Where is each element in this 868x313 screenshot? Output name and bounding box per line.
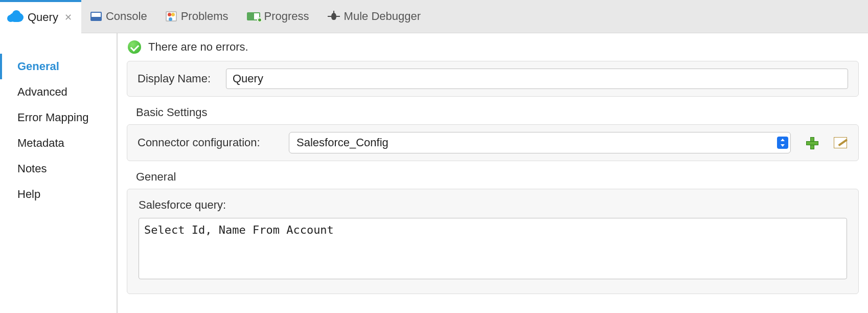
- add-config-button[interactable]: [804, 136, 819, 149]
- general-section-panel: Salesforce query:: [127, 189, 859, 294]
- tab-problems[interactable]: Problems: [156, 0, 238, 33]
- close-icon[interactable]: ✕: [64, 12, 72, 23]
- tab-progress[interactable]: Progress: [238, 0, 318, 33]
- main-area: General Advanced Error Mapping Metadata …: [0, 33, 868, 313]
- bug-icon: [328, 11, 340, 22]
- connector-config-value: Salesforce_Config: [296, 136, 777, 149]
- sidenav-item-help[interactable]: Help: [0, 182, 117, 207]
- pencil-icon: [834, 137, 847, 148]
- properties-side-nav: General Advanced Error Mapping Metadata …: [0, 33, 118, 313]
- tab-query[interactable]: Query ✕: [0, 0, 81, 33]
- validation-status-text: There are no errors.: [148, 40, 248, 54]
- tab-mule-debugger[interactable]: Mule Debugger: [318, 0, 430, 33]
- validation-status: There are no errors.: [128, 40, 859, 54]
- edit-config-button[interactable]: [833, 136, 848, 149]
- tab-problems-label: Problems: [181, 10, 229, 23]
- display-name-input[interactable]: [226, 69, 848, 89]
- tab-console-label: Console: [106, 10, 147, 23]
- console-icon: [90, 12, 102, 21]
- tab-debugger-label: Mule Debugger: [344, 10, 421, 23]
- salesforce-query-textarea[interactable]: [139, 218, 847, 279]
- editor-tab-bar: Query ✕ Console Problems Progress Mule D…: [0, 0, 868, 33]
- tab-query-label: Query: [28, 11, 58, 24]
- problems-icon: [166, 11, 177, 21]
- sidenav-item-general[interactable]: General: [0, 54, 117, 79]
- connector-config-label: Connector configuration:: [138, 136, 276, 149]
- sidenav-item-notes[interactable]: Notes: [0, 156, 117, 182]
- salesforce-query-label: Salesforce query:: [139, 198, 847, 212]
- sidenav-item-advanced[interactable]: Advanced: [0, 79, 117, 105]
- properties-content: There are no errors. Display Name: Basic…: [118, 33, 868, 313]
- general-section-title: General: [136, 170, 859, 184]
- chevron-up-down-icon: [777, 137, 788, 149]
- display-name-panel: Display Name:: [127, 61, 859, 97]
- basic-settings-panel: Connector configuration: Salesforce_Conf…: [127, 124, 859, 161]
- plus-icon: [806, 137, 817, 148]
- connector-config-select[interactable]: Salesforce_Config: [289, 132, 791, 153]
- progress-icon: [247, 12, 260, 20]
- salesforce-cloud-icon: [9, 13, 24, 22]
- basic-settings-title: Basic Settings: [136, 106, 859, 119]
- tab-console[interactable]: Console: [81, 0, 156, 33]
- check-circle-icon: [128, 40, 141, 54]
- sidenav-item-error-mapping[interactable]: Error Mapping: [0, 105, 117, 130]
- display-name-label: Display Name:: [138, 72, 217, 85]
- tab-progress-label: Progress: [264, 10, 309, 23]
- sidenav-item-metadata[interactable]: Metadata: [0, 130, 117, 156]
